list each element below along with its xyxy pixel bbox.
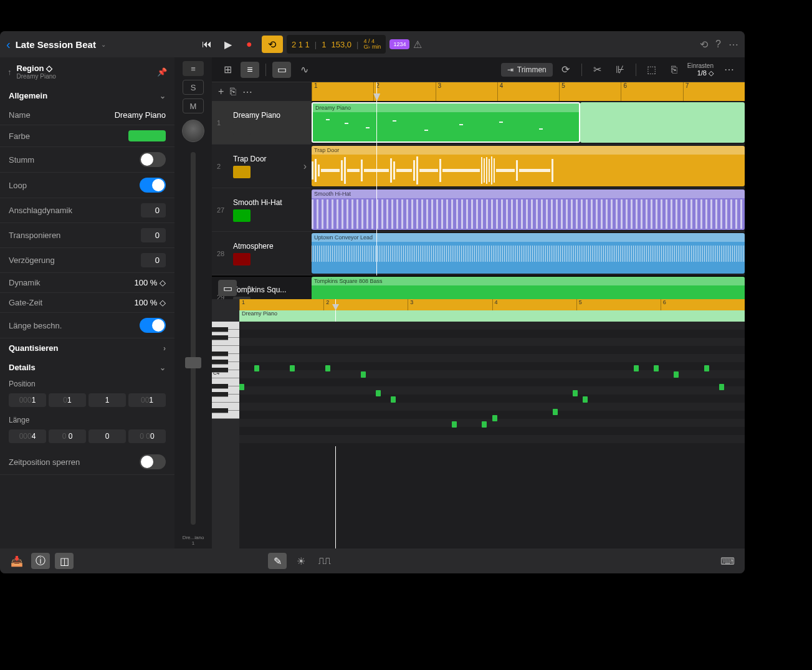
transpose-value[interactable]: 0 — [141, 228, 166, 242]
track-more-icon[interactable]: ⋯ — [242, 86, 252, 98]
settings-icon[interactable]: ☀ — [292, 553, 310, 569]
copy-icon[interactable]: ⎘ — [665, 62, 684, 78]
midi-region[interactable]: Dreamy Piano — [312, 102, 580, 143]
lcd-position: 2 1 1 — [292, 40, 310, 49]
more-menu-button[interactable]: ⋯ — [728, 39, 738, 50]
pan-knob[interactable] — [182, 120, 204, 142]
velocity-value[interactable]: 0 — [141, 203, 166, 218]
position-fields[interactable]: 00000011 01 1 001 — [0, 391, 174, 413]
mute-button[interactable]: M — [183, 98, 204, 113]
color-swatch[interactable] — [128, 130, 166, 141]
section-quantize[interactable]: Quantisieren› — [0, 338, 174, 358]
undo-button[interactable]: ⟲ — [700, 39, 708, 50]
transpose-label: Transponieren — [9, 231, 60, 240]
name-label: Name — [9, 110, 31, 120]
loop-toggle[interactable] — [140, 178, 166, 193]
mute-label: Stumm — [9, 155, 34, 165]
editor-region-name[interactable]: Dreamy Piano — [239, 310, 745, 322]
track-header[interactable]: 2Trap Door› — [212, 145, 312, 188]
lock-position-toggle[interactable] — [140, 454, 166, 469]
gate-label: Gate-Zeit — [9, 298, 42, 307]
cycle-button[interactable]: ⟲ — [262, 36, 283, 53]
name-value[interactable]: Dreamy Piano — [115, 110, 166, 120]
loop-tool-icon[interactable]: ⟳ — [556, 62, 575, 78]
inspector-subtitle: Dreamy Piano — [17, 73, 153, 80]
editor-ruler[interactable]: 123456 — [239, 299, 745, 310]
position-label: Position — [0, 377, 174, 391]
rewind-button[interactable]: ⏮ — [198, 36, 216, 53]
midi-region-loop[interactable] — [580, 102, 745, 143]
mixer-icon[interactable]: ⎍⎍ — [315, 553, 334, 569]
lcd-tempo: 153,0 — [331, 40, 351, 49]
snap-setting[interactable]: Einrasten 1/8 ◇ — [687, 62, 714, 77]
color-label: Farbe — [9, 132, 30, 141]
tuner-button[interactable]: ⚠ — [413, 39, 422, 50]
mute-toggle[interactable] — [140, 152, 166, 167]
volume-fader[interactable] — [191, 152, 196, 525]
split-view-icon[interactable]: ◫ — [55, 553, 74, 569]
join-icon[interactable]: ⊮ — [611, 62, 629, 78]
dynamics-label: Dynamik — [9, 278, 41, 287]
playhead[interactable] — [376, 82, 377, 275]
solo-button[interactable]: S — [183, 80, 204, 95]
delay-label: Verzögerung — [9, 256, 55, 265]
strip-settings-icon[interactable]: ≡ — [183, 61, 204, 76]
section-details[interactable]: Details⌄ — [0, 358, 174, 377]
clip-length-label: Länge beschn. — [9, 321, 62, 330]
editor-automation-icon[interactable]: ∿ — [241, 280, 259, 296]
lcd-display[interactable]: 2 1 1 | 1 153,0 | 4 / 4 G♭ min — [287, 35, 386, 54]
info-icon[interactable]: ⓘ — [31, 553, 50, 569]
inbox-icon[interactable]: 📥 — [7, 553, 26, 569]
lock-position-label: Zeitposition sperren — [9, 457, 80, 467]
track-header[interactable]: 27Smooth Hi-Hat — [212, 188, 312, 232]
piano-keyboard[interactable]: C4 — [212, 299, 239, 548]
record-button[interactable]: ● — [241, 36, 258, 53]
grid-view-icon[interactable]: ⊞ — [218, 62, 237, 78]
gate-value[interactable]: 100 % ◇ — [135, 298, 166, 307]
back-button[interactable]: ‹ — [6, 37, 11, 52]
tracks-more-icon[interactable]: ⋯ — [720, 62, 738, 78]
add-track-icon[interactable]: + — [218, 86, 224, 97]
inspector-title[interactable]: Region ◇ — [17, 64, 153, 73]
duplicate-track-icon[interactable]: ⎘ — [230, 86, 236, 97]
section-general[interactable]: Allgemein⌄ — [0, 86, 174, 105]
scissors-icon[interactable]: ✂ — [588, 62, 607, 78]
trim-tool[interactable]: ⇥ Trimmen — [501, 63, 553, 77]
keyboard-icon[interactable]: ⌨ — [719, 553, 737, 569]
automation-icon[interactable]: ∿ — [295, 62, 313, 78]
channel-strip: ≡ S M Dre...iano1 — [174, 57, 212, 548]
track-header[interactable]: 28Atmosphere — [212, 232, 312, 275]
marquee-icon[interactable]: ⬚ — [642, 62, 661, 78]
title-menu-icon[interactable]: ⌄ — [101, 41, 106, 48]
clip-length-toggle[interactable] — [140, 318, 166, 333]
region-view-icon[interactable]: ▭ — [272, 62, 291, 78]
lcd-beat: 1 — [322, 40, 326, 49]
lcd-key: G♭ min — [363, 44, 381, 50]
list-view-icon[interactable]: ≡ — [241, 62, 259, 78]
help-button[interactable]: ? — [715, 39, 721, 50]
inspector-up-icon[interactable]: ↑ — [7, 67, 12, 77]
pin-icon[interactable]: 📌 — [157, 67, 167, 77]
edit-mode-icon[interactable]: ✎ — [268, 553, 287, 569]
editor-region-icon[interactable]: ▭ — [218, 280, 237, 296]
length-label: Länge — [0, 413, 174, 427]
piano-roll-grid[interactable] — [239, 322, 745, 446]
inspector-panel: ↑ Region ◇ Dreamy Piano 📌 Allgemein⌄ Nam… — [0, 57, 174, 548]
delay-value[interactable]: 0 — [141, 253, 166, 267]
strip-label: Dre...iano1 — [183, 535, 204, 548]
play-button[interactable]: ▶ — [219, 36, 237, 53]
count-in-button[interactable]: 1234 — [389, 39, 409, 49]
dynamics-value[interactable]: 100 % ◇ — [135, 278, 166, 287]
track-header[interactable]: 1Dreamy Piano — [212, 101, 312, 145]
length-fields[interactable]: 0004 0 0 0 0 00 — [0, 427, 174, 449]
project-title[interactable]: Late Session Beat — [16, 39, 96, 50]
velocity-label: Anschlagdynamik — [9, 206, 72, 215]
loop-label: Loop — [9, 181, 27, 190]
